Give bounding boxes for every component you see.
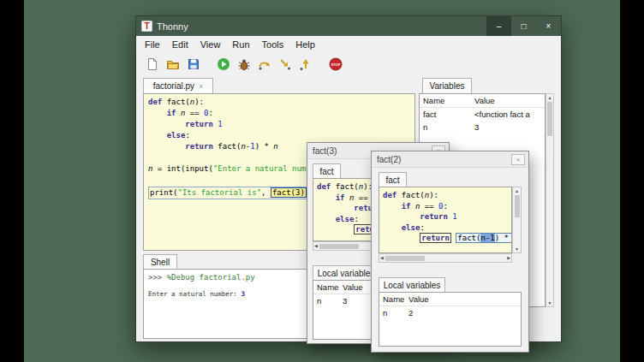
desktop-background: T Thonny – □ × FileEditViewRunToolsHelp xyxy=(24,0,620,362)
scroll-left-icon[interactable]: ◀ xyxy=(314,244,318,248)
code-line: def fact(n): xyxy=(383,190,508,201)
debug-script-button[interactable] xyxy=(236,56,253,73)
column-header-name: Name xyxy=(379,294,407,304)
debug-bug-icon xyxy=(237,57,251,71)
menu-item-help[interactable]: Help xyxy=(289,39,321,50)
frame-tab-label: fact xyxy=(385,175,399,185)
menu-item-run[interactable]: Run xyxy=(226,39,255,50)
scroll-up-icon[interactable]: ▲ xyxy=(515,188,519,193)
tab-shell[interactable]: Shell xyxy=(143,254,177,269)
frame-titlebar[interactable]: fact(2) xyxy=(372,151,528,168)
stop-icon: STOP xyxy=(329,57,343,71)
tab-fact[interactable]: fact xyxy=(379,172,407,187)
minimize-button[interactable]: – xyxy=(486,16,511,36)
locals-rows: n2 xyxy=(379,306,521,319)
stop-button[interactable]: STOP xyxy=(327,56,344,73)
code-line: return 1 xyxy=(148,119,410,130)
thonny-logo-icon: T xyxy=(141,21,152,32)
locals-header: Name Value xyxy=(379,293,521,306)
code-line: return fact(n-1) * n xyxy=(383,233,508,244)
menu-bar: FileEditViewRunToolsHelp xyxy=(136,36,561,52)
window-title: Thonny xyxy=(157,21,188,32)
locals-tab-label: Local variables xyxy=(318,269,375,278)
menu-item-file[interactable]: File xyxy=(139,39,166,50)
variables-rows: fact<function fact an3 xyxy=(420,108,545,134)
scroll-right-icon[interactable]: ▶ xyxy=(507,256,510,260)
tab-factorial-py[interactable]: factorial.py × xyxy=(143,78,213,93)
code-line: return 1 xyxy=(383,211,508,223)
code-line: if n == 0: xyxy=(383,201,508,212)
frame-window-fact2: fact(2) × fact def fact(n): if n == 0: r… xyxy=(371,151,529,353)
code-line: if n == 0: xyxy=(148,108,410,119)
code-line: else: xyxy=(383,223,508,234)
step-out-button[interactable] xyxy=(297,56,314,73)
table-row[interactable]: n3 xyxy=(420,121,545,134)
run-play-icon xyxy=(217,57,230,71)
step-over-button[interactable] xyxy=(256,56,273,73)
step-out-icon xyxy=(299,57,313,71)
scrollbar-thumb[interactable] xyxy=(385,256,425,261)
variables-tab-label: Variables xyxy=(430,81,465,91)
locals-tab-label: Local variables xyxy=(384,281,441,290)
new-file-icon xyxy=(146,57,159,71)
svg-text:T: T xyxy=(144,21,149,31)
frame-close-button[interactable]: × xyxy=(511,154,525,165)
maximize-button[interactable]: □ xyxy=(511,16,536,36)
column-header-name: Name xyxy=(313,282,341,292)
vertical-scrollbar[interactable]: ▲ ▼ xyxy=(512,187,522,253)
save-file-button[interactable] xyxy=(185,56,202,73)
save-floppy-icon xyxy=(187,57,200,71)
horizontal-scrollbar[interactable]: ◀ ▶ xyxy=(379,253,512,263)
variables-header: Name Value xyxy=(420,94,545,108)
tab-variables[interactable]: Variables xyxy=(422,78,472,93)
run-script-button[interactable] xyxy=(215,56,232,73)
tab-local-variables[interactable]: Local variables xyxy=(313,265,379,280)
open-folder-icon xyxy=(166,57,180,71)
table-row[interactable]: fact<function fact a xyxy=(420,108,545,121)
close-button[interactable]: × xyxy=(536,16,561,36)
titlebar[interactable]: T Thonny – □ × xyxy=(136,16,561,36)
column-header-value: Value xyxy=(407,294,521,304)
frame-title: fact(2) xyxy=(377,155,401,164)
toolbar: STOP xyxy=(136,52,561,75)
scroll-down-icon[interactable]: ▼ xyxy=(548,300,552,306)
column-header-name: Name xyxy=(420,96,473,105)
tab-local-variables[interactable]: Local variables xyxy=(379,277,445,292)
column-header-value: Value xyxy=(473,96,545,105)
table-row[interactable]: n2 xyxy=(379,306,521,319)
step-into-icon xyxy=(278,57,292,71)
editor-tab-label: factorial.py xyxy=(153,81,194,91)
new-file-button[interactable] xyxy=(144,56,161,73)
editor-tab-close-icon[interactable]: × xyxy=(199,82,203,91)
scroll-up-icon[interactable]: ▲ xyxy=(548,95,552,100)
scroll-down-icon[interactable]: ▼ xyxy=(515,246,519,252)
menu-item-edit[interactable]: Edit xyxy=(166,39,194,50)
shell-tab-label: Shell xyxy=(151,258,170,267)
frame-title: fact(3) xyxy=(313,146,337,156)
menu-item-view[interactable]: View xyxy=(194,39,227,50)
step-over-icon xyxy=(258,57,271,71)
tab-fact[interactable]: fact xyxy=(313,163,341,178)
code-line: def fact(n): xyxy=(148,97,410,108)
variables-scrollbar[interactable]: ▲ ▼ xyxy=(546,93,554,307)
code-line: else: xyxy=(148,130,410,141)
svg-text:STOP: STOP xyxy=(331,62,341,66)
frame-code-view[interactable]: def fact(n): if n == 0: return 1 else: r… xyxy=(379,187,512,253)
open-file-button[interactable] xyxy=(164,56,182,73)
local-variables-panel: Name Value n2 xyxy=(379,292,522,347)
step-into-button[interactable] xyxy=(277,56,294,73)
scrollbar-thumb[interactable] xyxy=(319,244,359,249)
menu-item-tools[interactable]: Tools xyxy=(256,39,290,50)
frame-tab-label: fact xyxy=(319,167,333,176)
scrollbar-thumb[interactable] xyxy=(547,102,552,136)
scroll-left-icon[interactable]: ◀ xyxy=(380,256,384,260)
scrollbar-thumb[interactable] xyxy=(515,195,520,217)
